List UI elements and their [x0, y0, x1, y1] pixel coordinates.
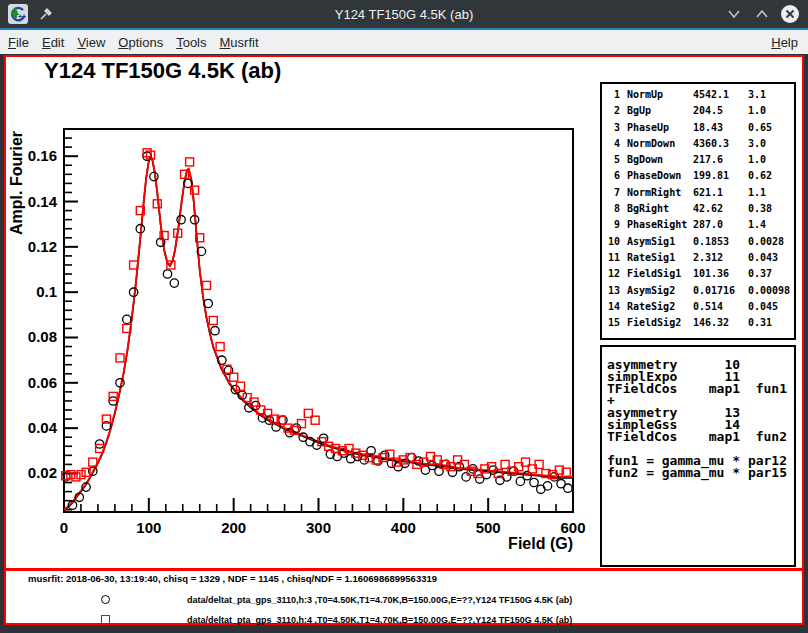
series-circles	[61, 152, 572, 509]
fit-curve-red	[64, 156, 573, 510]
y-tick-label: 0.06	[28, 374, 57, 391]
fit-curve-black	[64, 157, 573, 511]
application-window: ++ Y124 TF150G 4.5K (ab)	[0, 0, 808, 633]
y-tick-label: 0.08	[28, 328, 57, 345]
x-tick-label: 300	[306, 519, 331, 536]
x-tick-label: 200	[221, 519, 246, 536]
plot-frame	[64, 129, 573, 512]
x-tick-label: 0	[60, 519, 68, 536]
series-squares	[62, 149, 571, 481]
y-axis-title: Ampl. Fourier	[8, 131, 25, 235]
plot-chart[interactable]: 01002003004005006000.020.040.060.080.10.…	[0, 0, 808, 633]
x-tick-label: 100	[136, 519, 161, 536]
x-axis-title: Field (G)	[508, 535, 573, 552]
x-tick-label: 500	[476, 519, 501, 536]
x-tick-label: 400	[391, 519, 416, 536]
y-tick-label: 0.04	[28, 419, 58, 436]
y-tick-label: 0.1	[36, 283, 57, 300]
y-tick-label: 0.14	[28, 193, 58, 210]
y-tick-label: 0.02	[28, 464, 57, 481]
y-tick-label: 0.16	[28, 147, 57, 164]
x-tick-label: 600	[560, 519, 585, 536]
y-tick-label: 0.12	[28, 238, 57, 255]
